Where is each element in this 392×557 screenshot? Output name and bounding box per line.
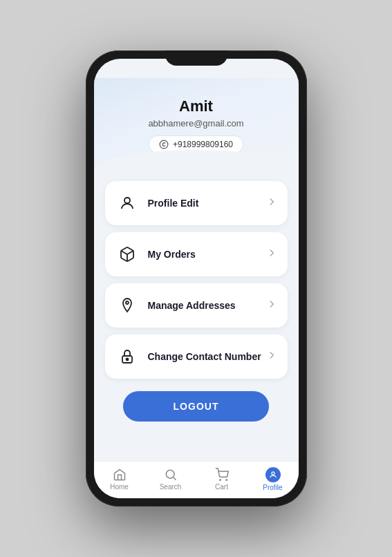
search-icon <box>164 468 178 482</box>
svg-point-0 <box>160 140 168 149</box>
nav-item-home[interactable]: Home <box>102 468 137 491</box>
person-icon-wrap <box>115 191 140 216</box>
location-icon-wrap <box>115 293 140 318</box>
screen-content: Amit abbhamere@gmail.com +918999809160 <box>94 59 299 461</box>
box-icon-wrap <box>115 242 140 267</box>
hero-curve <box>94 150 299 171</box>
menu-item-manage-addresses[interactable]: Manage Addresses <box>105 283 288 328</box>
arrow-icon-change-contact <box>265 349 278 364</box>
nav-item-search[interactable]: Search <box>153 468 188 491</box>
nav-label-home: Home <box>110 483 129 491</box>
notch <box>165 50 227 66</box>
svg-point-5 <box>166 470 174 478</box>
phone-frame: Amit abbhamere@gmail.com +918999809160 <box>86 50 307 507</box>
menu-label-my-orders: My Orders <box>148 249 265 260</box>
arrow-icon-profile-edit <box>265 196 278 211</box>
logout-section: LOGOUT <box>94 386 299 430</box>
lock-icon-wrap <box>115 344 140 369</box>
menu-label-change-contact: Change Contact Number <box>148 351 265 362</box>
phone-screen: Amit abbhamere@gmail.com +918999809160 <box>94 59 299 498</box>
location-icon <box>119 297 136 314</box>
nav-label-profile: Profile <box>263 484 282 491</box>
cart-icon <box>215 468 229 482</box>
home-icon <box>113 468 127 482</box>
menu-section: Profile Edit <box>94 170 299 386</box>
lock-icon <box>119 348 136 365</box>
menu-item-my-orders[interactable]: My Orders <box>105 232 288 276</box>
menu-item-change-contact[interactable]: Change Contact Number <box>105 334 288 379</box>
arrow-icon-manage-addresses <box>265 298 278 313</box>
svg-point-2 <box>126 301 129 304</box>
svg-line-6 <box>173 478 176 480</box>
logout-button[interactable]: LOGOUT <box>123 391 269 422</box>
nav-label-cart: Cart <box>215 483 228 491</box>
menu-label-manage-addresses: Manage Addresses <box>148 300 265 311</box>
svg-point-4 <box>126 359 128 361</box>
phone-icon <box>159 140 169 149</box>
phone-number: +918999809160 <box>173 140 233 149</box>
profile-avatar-nav <box>265 467 281 482</box>
svg-point-7 <box>219 480 221 481</box>
nav-label-search: Search <box>160 483 182 491</box>
menu-item-profile-edit[interactable]: Profile Edit <box>105 181 288 225</box>
user-email: abbhamere@gmail.com <box>108 118 285 129</box>
profile-nav-icon <box>268 470 278 480</box>
user-name: Amit <box>108 97 285 115</box>
nav-item-profile[interactable]: Profile <box>256 467 290 491</box>
nav-item-cart[interactable]: Cart <box>205 468 239 491</box>
menu-label-profile-edit: Profile Edit <box>148 198 265 209</box>
svg-point-8 <box>225 480 227 481</box>
box-icon <box>119 246 136 263</box>
person-icon <box>119 195 136 211</box>
bottom-nav: Home Search Cart <box>94 461 299 498</box>
profile-header: Amit abbhamere@gmail.com +918999809160 <box>94 78 299 170</box>
arrow-icon-my-orders <box>265 247 278 262</box>
